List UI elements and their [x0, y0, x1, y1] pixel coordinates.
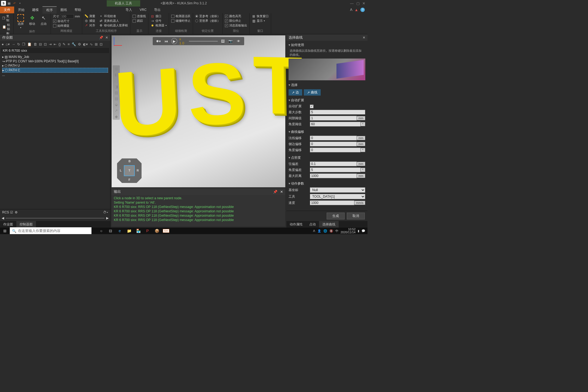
archive-icon[interactable]: 📦 [152, 228, 161, 234]
undo-icon[interactable]: ↶ [12, 1, 17, 6]
generate-button[interactable]: 生成 [327, 213, 345, 219]
tb-down-icon[interactable]: ⊡ [44, 42, 47, 46]
dropdown-icon[interactable]: ▾ [17, 1, 22, 6]
collision-stop-check[interactable]: 碰撞时停止 [171, 19, 191, 23]
menu-export[interactable]: 导出 [150, 7, 164, 13]
vp-play-icon[interactable]: ▶ [171, 38, 177, 44]
rcs-timer-icon[interactable]: ⏱▾ [103, 210, 108, 214]
rcs-gear-icon[interactable]: ⚙ [15, 210, 18, 214]
robot-tool-context[interactable]: 机器人 工具 [107, 0, 140, 7]
output-pin-icon[interactable]: 📌 [273, 190, 277, 194]
swap-robot-button[interactable]: ⇄更换机器人 [99, 19, 119, 23]
lock-world-radio[interactable]: 至世界（坐标） [195, 19, 220, 23]
tb-record-icon[interactable]: ● [2, 42, 4, 46]
color-highlight-check[interactable]: 颜色高亮 [225, 14, 247, 18]
tb-sl-icon[interactable]: ≡ [68, 42, 70, 46]
tb-del-icon[interactable]: 🗑 [33, 42, 37, 46]
side-offset-input[interactable] [310, 142, 357, 146]
nav-cube[interactable]: B T L R F [117, 158, 142, 183]
snap-button[interactable]: ◎捕捉 [84, 19, 95, 23]
explorer-icon[interactable]: 📁 [125, 228, 133, 234]
tree-ptp[interactable]: ↝ PTP P1 CONT Vel=100% PDATP1 Tool[1] Ba… [2, 59, 108, 63]
tb-tool-icon[interactable]: 🔧 [72, 42, 76, 46]
tb-misc-icon[interactable]: ⚙ [78, 42, 81, 46]
minimize-icon[interactable]: — [350, 1, 354, 5]
menu-program[interactable]: 程序 [42, 6, 57, 14]
pin-icon[interactable]: 📌 [99, 36, 103, 39]
vp-speed-slider[interactable] [189, 41, 218, 42]
tree-more[interactable]: ... [2, 73, 108, 77]
menu-file[interactable]: 文件 [0, 7, 14, 13]
tb-b-icon[interactable]: ⊞ [95, 42, 98, 46]
detector-active-check[interactable]: 检测器活跃 [171, 14, 191, 18]
tray-up-icon[interactable]: ᐱ [313, 229, 315, 233]
collapse-ribbon-icon[interactable]: ᐱ [350, 8, 352, 12]
tray-net-icon[interactable]: 🌐 [323, 229, 327, 233]
save-icon[interactable]: ▤ [7, 1, 11, 6]
msg-output-check[interactable]: 消息面板输出 [225, 23, 247, 27]
tray-ime[interactable]: 中 [335, 229, 338, 233]
slider-right-icon[interactable]: ▶ [106, 216, 109, 220]
limit-stop-check[interactable]: 限位停止 [225, 19, 247, 23]
rp-tab-motion[interactable]: 动作属性 [286, 221, 306, 228]
normal-offset-input[interactable] [310, 136, 357, 140]
vp-rewind-icon[interactable]: ⏮ [163, 38, 169, 44]
close-panel-icon[interactable]: ✕ [105, 36, 108, 39]
chord-dev-input[interactable] [310, 161, 357, 166]
tree-path-u[interactable]: ▸ ⬡ PATH U [2, 63, 108, 68]
show-connection-check[interactable]: 连接线 [133, 14, 146, 18]
gap-input[interactable] [310, 116, 357, 121]
output-close-icon[interactable]: ✕ [280, 190, 283, 194]
select-curve-button[interactable]: ↗ 曲线 [304, 89, 321, 96]
sim-app-icon[interactable]: Sim [162, 228, 170, 234]
cancel-button[interactable]: 取消 [347, 213, 365, 219]
align-button[interactable]: ↗对齐 [84, 23, 95, 27]
edge-icon[interactable]: e [115, 228, 124, 234]
angle-offset-input[interactable] [310, 148, 361, 152]
measure-button[interactable]: 📏测量 [84, 14, 95, 18]
jog-button[interactable]: ↖点动 [39, 14, 48, 26]
menu-modeling[interactable]: 建模 [28, 7, 42, 13]
tray-date[interactable]: 2020/11/14 [341, 231, 356, 234]
ppt-icon[interactable]: P [143, 228, 152, 234]
tray-people-icon[interactable]: 👤 [317, 229, 321, 233]
start-button[interactable]: ⊞ [0, 229, 10, 233]
section-motion[interactable]: 动作参数 [289, 180, 365, 187]
restore-window-button[interactable]: ⊞恢复窗口 [252, 14, 269, 18]
tab-controller-graph[interactable]: 控制器图 [16, 221, 36, 228]
max-dist-input[interactable] [310, 173, 357, 178]
rp-tab-jog[interactable]: 点动 [306, 221, 319, 228]
lock-ref-radio[interactable]: 至参考（坐标） [195, 14, 220, 18]
base-select[interactable]: Null [310, 187, 365, 193]
tool-select[interactable]: TOOL_DATA[1] [310, 194, 365, 199]
tb-paste-icon[interactable]: 📋 [27, 42, 32, 46]
show-trace-check[interactable]: 跟踪 [133, 19, 146, 23]
copy-button[interactable]: ❐复制 [2, 14, 11, 22]
3d-viewport[interactable]: ✹▾ ⏮ ▶ x 1.0 🖼 📷 👁 ▦ ◧ ⬚ ◨ ▨ ▤ ⬙ ↗ ◆ [112, 35, 285, 187]
slider-left-icon[interactable]: ◀ [2, 216, 4, 220]
section-density[interactable]: 点密度 [289, 155, 365, 161]
close-icon[interactable]: ✕ [362, 1, 365, 5]
warning-icon[interactable]: ▲ [354, 8, 358, 12]
tb-home-icon[interactable]: ⌂▾ [6, 42, 10, 46]
cortana-icon[interactable]: ○ [97, 228, 106, 234]
select-button[interactable]: 选择▾ [16, 14, 26, 29]
tab-work-graph[interactable]: 作业图 [0, 221, 16, 228]
tb-a-icon[interactable]: ∿ [90, 42, 93, 46]
taskbar-search[interactable]: 🔍 在这里输入你要搜索的内容 [10, 227, 91, 234]
tb-time-icon[interactable]: ◐▾ [83, 42, 88, 46]
grid-size-input[interactable] [60, 14, 74, 19]
paste-button[interactable]: 📋粘贴 [2, 23, 11, 31]
menu-import[interactable]: 导入 [122, 7, 136, 13]
maxsteps-input[interactable] [310, 110, 365, 115]
store-icon[interactable]: 🏪 [134, 228, 143, 234]
tb-up-icon[interactable]: ⊟ [39, 42, 42, 46]
move-world-button[interactable]: ⊕移动机器人世界框 [99, 23, 128, 27]
tb-in-icon[interactable]: ⇥ [49, 42, 52, 46]
tray-action-icon[interactable]: ▮ [358, 229, 359, 233]
rp-close-icon[interactable]: ✕ [363, 36, 365, 39]
tree-path-c[interactable]: ▸ ⬡ PATH C [2, 68, 108, 73]
auto-size-check[interactable]: 自动尺寸 [53, 19, 80, 23]
menu-drawing[interactable]: 图纸 [57, 7, 71, 13]
tray-notif-icon[interactable]: 💬 [362, 229, 365, 233]
